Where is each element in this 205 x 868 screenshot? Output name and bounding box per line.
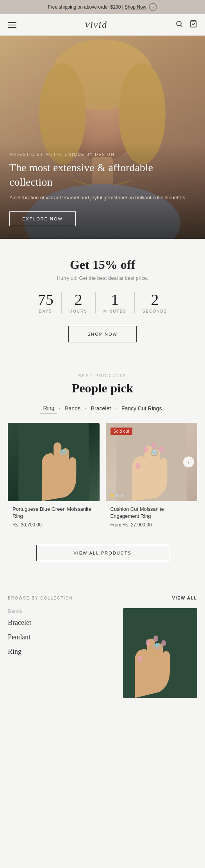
announcement-shop-link[interactable]: Shop Now <box>125 4 146 10</box>
carousel-dot-1[interactable] <box>111 494 114 497</box>
header-icons <box>175 20 197 30</box>
countdown-minutes: 1 Minutes <box>96 292 135 313</box>
browse-collection-image <box>123 608 197 698</box>
countdown-days: 75 Days <box>30 292 62 313</box>
people-pick-section: Best Products People pick Ring • Bands •… <box>0 355 205 586</box>
cart-icon[interactable] <box>189 20 197 30</box>
browse-cat-pendant[interactable]: Pendant <box>8 633 115 641</box>
svg-point-19 <box>151 442 156 449</box>
svg-point-16 <box>153 450 155 453</box>
browse-categories-list: Bands Bracelet Pendant Ring <box>8 608 115 662</box>
hero-description: A celebration of vibrant enamel and joyf… <box>9 194 196 202</box>
countdown-subtitle: Hurry up! Get the best deal at best pric… <box>9 275 196 281</box>
product-image-1 <box>8 423 100 501</box>
view-all-button-wrap: View All Products <box>8 542 197 577</box>
svg-point-25 <box>146 639 150 646</box>
seconds-label: Seconds <box>143 309 167 313</box>
hours-value: 2 <box>75 292 82 308</box>
header: Vivid <box>0 14 205 36</box>
product-price-1: Rs. 30,700.00 <box>12 522 95 528</box>
countdown-hours: 2 Hours <box>62 292 96 313</box>
site-logo[interactable]: Vivid <box>84 20 107 30</box>
browse-section-title: Browse By Collection <box>8 596 73 600</box>
products-grid: Portuguese Blue Green Moissanite Ring Rs… <box>8 423 197 532</box>
browse-header: Browse By Collection View All <box>8 596 197 600</box>
carousel-next-button[interactable]: › <box>183 456 194 467</box>
svg-point-0 <box>176 21 181 26</box>
svg-point-26 <box>153 635 158 642</box>
section-tag: Best Products <box>8 374 197 378</box>
dot-separator-1: • <box>57 407 62 410</box>
svg-point-24 <box>138 656 143 662</box>
hero-cta-button[interactable]: Explore Now <box>9 211 76 226</box>
tab-fancy-cut-rings[interactable]: Fancy Cut Rings <box>118 404 165 413</box>
announcement-arrow[interactable]: › <box>149 3 157 11</box>
carousel-dot-3[interactable] <box>121 494 124 497</box>
minutes-value: 1 <box>111 292 119 308</box>
countdown-timer: 75 Days 2 Hours 1 Minutes 2 Seconds <box>9 292 196 313</box>
product-price-2: From Rs. 27,900.00 <box>111 522 193 528</box>
svg-line-1 <box>181 25 183 27</box>
carousel-dot-2[interactable] <box>116 494 119 497</box>
section-title: People pick <box>8 381 197 396</box>
shop-now-button[interactable]: Shop Now <box>68 326 137 342</box>
category-tabs: Ring • Bands • Bracelet • Fancy Cut Ring… <box>8 403 197 413</box>
announcement-text: Free shipping on above order $100 | Shop… <box>48 4 146 10</box>
announcement-bar: Free shipping on above order $100 | Shop… <box>0 0 205 14</box>
hamburger-menu[interactable] <box>8 22 16 28</box>
browse-cat-ring[interactable]: Ring <box>8 648 115 656</box>
product-name-1: Portuguese Blue Green Moissanite Ring <box>12 506 95 520</box>
svg-point-27 <box>161 640 166 646</box>
seconds-value: 2 <box>151 292 159 308</box>
hero-title: The most extensive & affordable collecti… <box>9 161 196 189</box>
view-all-products-button[interactable]: View All Products <box>36 545 169 561</box>
product-name-2: Cushion Cut Moissanite Engagement Ring <box>111 506 193 520</box>
dot-separator-3: • <box>114 407 118 410</box>
hero-section: Majestic by Motif, Unique by Design The … <box>0 36 205 239</box>
svg-point-20 <box>159 446 164 453</box>
product-image-left-bg <box>8 423 100 501</box>
product-info-2: Cushion Cut Moissanite Engagement Ring F… <box>106 501 198 532</box>
days-label: Days <box>39 309 52 313</box>
browse-section: Browse By Collection View All Bands Brac… <box>0 586 205 698</box>
countdown-seconds: 2 Seconds <box>135 292 175 313</box>
days-value: 75 <box>38 292 53 308</box>
tab-bands[interactable]: Bands <box>62 404 84 413</box>
dot-separator-2: • <box>84 407 88 410</box>
sold-out-badge: Sold out <box>111 428 133 435</box>
product-info-1: Portuguese Blue Green Moissanite Ring Rs… <box>8 501 100 532</box>
product-image-2: Sold out › <box>106 423 198 501</box>
minutes-label: Minutes <box>103 309 127 313</box>
search-icon[interactable] <box>175 20 183 30</box>
browse-content: Bands Bracelet Pendant Ring <box>8 608 197 698</box>
product-card-1[interactable]: Portuguese Blue Green Moissanite Ring Rs… <box>8 423 100 532</box>
hero-overlay: Majestic by Motif, Unique by Design The … <box>0 143 205 239</box>
carousel-dots <box>111 494 124 497</box>
tab-bracelet[interactable]: Bracelet <box>88 404 114 413</box>
countdown-section: Get 15% off Hurry up! Get the best deal … <box>0 239 205 355</box>
browse-cat-bracelet[interactable]: Bracelet <box>8 619 115 627</box>
svg-point-12 <box>61 449 65 453</box>
svg-point-23 <box>155 643 159 647</box>
countdown-title: Get 15% off <box>9 258 196 272</box>
product-card-2[interactable]: Sold out › Cushion Cut Moissanite Engage… <box>106 423 198 532</box>
svg-point-18 <box>143 446 148 453</box>
hero-subtitle: Majestic by Motif, Unique by Design <box>9 152 196 157</box>
tab-ring[interactable]: Ring <box>40 403 58 413</box>
svg-point-17 <box>135 463 140 469</box>
hours-label: Hours <box>70 309 87 313</box>
browse-view-all-link[interactable]: View All <box>172 596 197 600</box>
browse-group-label: Bands <box>8 608 115 614</box>
